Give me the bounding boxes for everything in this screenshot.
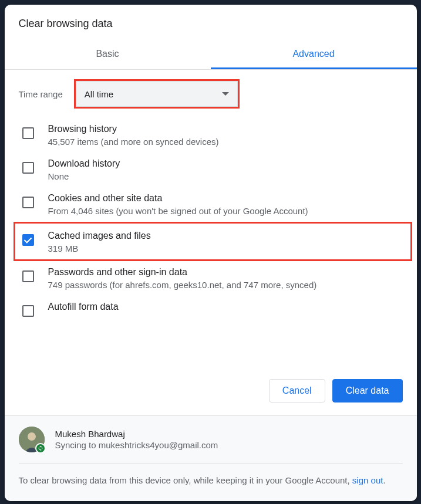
tab-basic[interactable]: Basic <box>5 40 211 69</box>
option-subtitle: 319 MB <box>48 243 407 253</box>
option-passwords[interactable]: Passwords and other sign-in data 749 pas… <box>19 261 412 296</box>
option-subtitle: None <box>48 171 409 181</box>
svg-point-1 <box>28 432 36 441</box>
sync-user-name: Mukesh Bhardwaj <box>55 429 218 439</box>
option-texts: Cached images and files 319 MB <box>48 231 407 253</box>
option-autofill[interactable]: Autofill form data <box>19 296 412 323</box>
tab-advanced[interactable]: Advanced <box>211 40 417 69</box>
option-browsing-history[interactable]: Browsing history 45,507 items (and more … <box>19 118 412 153</box>
option-texts: Cookies and other site data From 4,046 s… <box>48 193 409 216</box>
option-title: Browsing history <box>48 124 409 134</box>
sign-out-link[interactable]: sign out <box>352 475 383 485</box>
checkbox-passwords[interactable] <box>22 270 34 282</box>
sync-texts: Mukesh Bhardwaj Syncing to mukeshtricks4… <box>55 429 218 450</box>
footer-note-suffix: . <box>383 475 385 485</box>
time-range-select[interactable]: All time <box>76 81 238 107</box>
footer-note-prefix: To clear browsing data from this device … <box>19 475 352 485</box>
option-cookies[interactable]: Cookies and other site data From 4,046 s… <box>19 187 412 222</box>
checkbox-browsing-history[interactable] <box>22 127 34 139</box>
option-title: Cookies and other site data <box>48 193 409 204</box>
chevron-down-icon <box>222 92 229 96</box>
option-texts: Download history None <box>48 158 409 181</box>
time-range-value: All time <box>85 89 113 99</box>
dialog-buttons: Cancel Clear data <box>5 365 417 416</box>
cancel-button[interactable]: Cancel <box>269 379 325 402</box>
option-subtitle: From 4,046 sites (you won't be signed ou… <box>48 206 409 216</box>
checkbox-download-history[interactable] <box>22 162 34 174</box>
option-download-history[interactable]: Download history None <box>19 153 412 187</box>
option-title: Cached images and files <box>48 231 407 241</box>
clear-browsing-data-dialog: Clear browsing data Basic Advanced Time … <box>5 5 417 501</box>
footer-note: To clear browsing data from this device … <box>19 464 403 488</box>
dialog-footer: Mukesh Bhardwaj Syncing to mukeshtricks4… <box>5 416 417 502</box>
sync-icon <box>35 443 46 454</box>
sync-account-row: Mukesh Bhardwaj Syncing to mukeshtricks4… <box>19 416 403 464</box>
option-title: Autofill form data <box>48 302 409 312</box>
option-title: Passwords and other sign-in data <box>48 267 409 278</box>
time-range-highlight: All time <box>74 79 240 109</box>
sync-status: Syncing to mukeshtricks4you@gmail.com <box>55 440 218 450</box>
dialog-title: Clear browsing data <box>5 5 417 40</box>
option-title: Download history <box>48 158 409 169</box>
option-texts: Autofill form data <box>48 302 409 314</box>
checkbox-autofill[interactable] <box>22 305 34 317</box>
checkbox-cached-images[interactable] <box>22 234 34 246</box>
tab-bar: Basic Advanced <box>5 40 417 70</box>
avatar-wrap <box>19 427 45 452</box>
option-cached-images[interactable]: Cached images and files 319 MB <box>14 222 412 261</box>
option-texts: Browsing history 45,507 items (and more … <box>48 124 409 147</box>
options-scroll-area[interactable]: Time range All time Browsing history 45,… <box>5 70 417 365</box>
time-range-label: Time range <box>19 87 65 101</box>
option-subtitle: 45,507 items (and more on synced devices… <box>48 137 409 147</box>
checkbox-cookies[interactable] <box>22 197 34 208</box>
option-subtitle: 749 passwords (for ahrefs.com, geeks10.n… <box>48 280 409 290</box>
time-range-row: Time range All time <box>19 70 412 118</box>
clear-data-button[interactable]: Clear data <box>332 379 403 402</box>
option-texts: Passwords and other sign-in data 749 pas… <box>48 267 409 290</box>
